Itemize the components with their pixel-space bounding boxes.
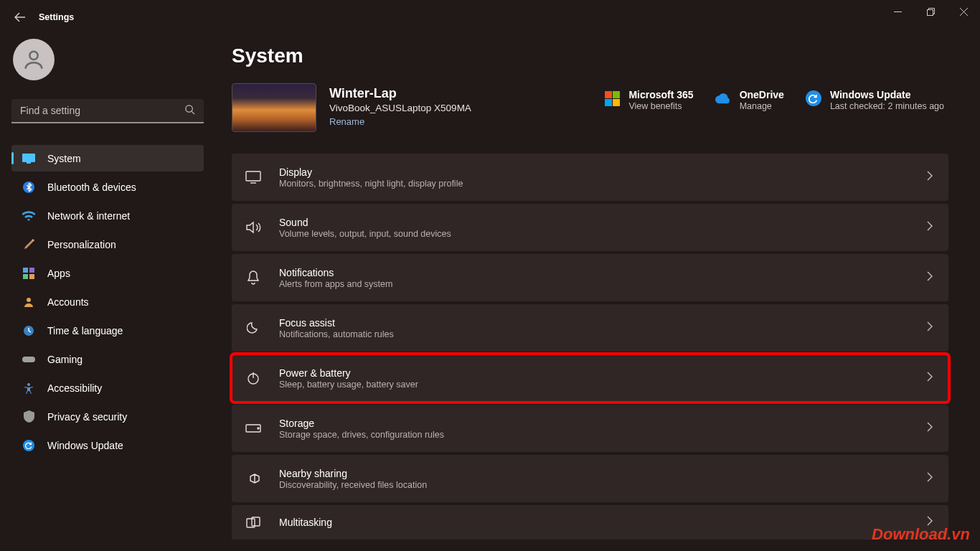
nav-item-system[interactable]: System	[11, 145, 204, 171]
svg-point-5	[186, 105, 192, 111]
nav-item-accounts[interactable]: Accounts	[11, 288, 204, 315]
card-title: Nearby sharing	[279, 468, 927, 479]
account-row[interactable]	[11, 34, 206, 80]
ms365-icon	[604, 90, 620, 106]
svg-rect-1	[927, 9, 933, 15]
nav-label: Gaming	[47, 354, 83, 365]
accessibility-icon	[22, 381, 36, 395]
status-windows-update[interactable]: Windows Update Last checked: 2 minutes a…	[806, 89, 944, 111]
svg-rect-11	[23, 274, 28, 279]
card-notifications[interactable]: Notifications Alerts from apps and syste…	[232, 254, 948, 301]
titlebar: Settings	[0, 0, 980, 34]
nav-item-network[interactable]: Network & internet	[11, 202, 204, 229]
status-ms365[interactable]: Microsoft 365 View benefits	[604, 89, 693, 111]
nav-label: Privacy & security	[47, 411, 127, 423]
chevron-right-icon	[927, 422, 933, 435]
bluetooth-icon	[22, 180, 36, 194]
svg-point-16	[27, 383, 30, 386]
main-content: System Winter-Lap VivoBook_ASUSLaptop X5…	[219, 34, 980, 551]
svg-line-6	[192, 111, 194, 114]
svg-point-13	[27, 298, 31, 302]
power-icon	[243, 368, 263, 388]
status-group: Microsoft 365 View benefits OneDrive Man…	[604, 83, 948, 111]
card-multitasking[interactable]: Multitasking	[232, 505, 948, 540]
card-power-battery[interactable]: Power & battery Sleep, battery usage, ba…	[232, 354, 948, 402]
nav-item-personalization[interactable]: Personalization	[11, 231, 204, 258]
svg-rect-9	[23, 268, 28, 273]
watermark: Download.vn	[872, 525, 970, 544]
nav-label: Network & internet	[47, 210, 130, 222]
avatar	[13, 39, 55, 80]
card-storage[interactable]: Storage Storage space, drives, configura…	[232, 405, 948, 452]
svg-rect-10	[29, 268, 34, 273]
back-button[interactable]	[11, 9, 29, 26]
device-name: Winter-Lap	[329, 86, 471, 101]
nav-item-time[interactable]: Time & language	[11, 317, 204, 344]
card-sub: Notifications, automatic rules	[279, 329, 927, 339]
card-title: Focus assist	[279, 317, 927, 329]
card-display[interactable]: Display Monitors, brightness, night ligh…	[232, 154, 948, 201]
card-title: Display	[279, 166, 927, 178]
card-title: Power & battery	[279, 367, 927, 379]
nav-label: Windows Update	[47, 440, 123, 451]
window-controls	[881, 0, 980, 23]
svg-rect-7	[22, 154, 35, 162]
card-sub: Storage space, drives, configuration rul…	[279, 430, 927, 440]
card-title: Storage	[279, 418, 927, 429]
card-nearby-sharing[interactable]: Nearby sharing Discoverability, received…	[232, 455, 948, 502]
status-title: OneDrive	[740, 89, 784, 100]
card-sound[interactable]: Sound Volume levels, output, input, soun…	[232, 204, 948, 251]
nav-item-apps[interactable]: Apps	[11, 260, 204, 286]
nav-label: Accounts	[47, 296, 89, 308]
paintbrush-icon	[22, 237, 36, 252]
page-title: System	[232, 44, 948, 67]
device-info: Winter-Lap VivoBook_ASUSLaptop X509MA Re…	[329, 83, 471, 127]
svg-rect-15	[22, 357, 35, 362]
status-sub: Last checked: 2 minutes ago	[830, 101, 944, 111]
device-model: VivoBook_ASUSLaptop X509MA	[329, 103, 471, 113]
gaming-icon	[22, 352, 36, 367]
card-focus-assist[interactable]: Focus assist Notifications, automatic ru…	[232, 304, 948, 352]
status-sub: View benefits	[628, 101, 693, 111]
search-icon	[184, 104, 195, 118]
minimize-button[interactable]	[881, 0, 914, 23]
nav-label: Personalization	[47, 239, 116, 250]
svg-rect-8	[27, 162, 31, 164]
nav-label: Accessibility	[47, 382, 102, 394]
nav-item-gaming[interactable]: Gaming	[11, 346, 204, 372]
chevron-right-icon	[927, 171, 933, 184]
nav-label: Time & language	[47, 325, 123, 336]
svg-rect-12	[29, 274, 34, 279]
chevron-right-icon	[927, 472, 933, 485]
clock-icon	[22, 324, 36, 338]
card-title: Multitasking	[279, 517, 927, 528]
sidebar: System Bluetooth & devices Network & int…	[0, 34, 219, 551]
search-box[interactable]	[11, 99, 204, 123]
nav-item-accessibility[interactable]: Accessibility	[11, 375, 204, 401]
nav-item-bluetooth[interactable]: Bluetooth & devices	[11, 174, 204, 200]
nav-item-update[interactable]: Windows Update	[11, 432, 204, 458]
close-button[interactable]	[947, 0, 980, 23]
maximize-button[interactable]	[914, 0, 947, 23]
card-title: Notifications	[279, 267, 927, 278]
chevron-right-icon	[927, 372, 933, 385]
system-icon	[22, 151, 36, 166]
status-title: Microsoft 365	[628, 89, 693, 100]
nav-item-privacy[interactable]: Privacy & security	[11, 403, 204, 430]
status-onedrive[interactable]: OneDrive Manage	[715, 89, 784, 111]
search-input[interactable]	[20, 105, 184, 116]
rename-link[interactable]: Rename	[329, 116, 471, 127]
wifi-icon	[22, 209, 36, 223]
share-icon	[243, 468, 263, 489]
apps-icon	[22, 266, 36, 281]
status-sub: Manage	[740, 101, 784, 111]
device-row: Winter-Lap VivoBook_ASUSLaptop X509MA Re…	[232, 83, 948, 132]
nav-label: System	[47, 153, 81, 164]
svg-rect-17	[246, 171, 260, 181]
window-title: Settings	[39, 12, 74, 22]
windows-update-icon	[806, 90, 821, 106]
device-thumbnail[interactable]	[232, 83, 316, 132]
settings-card-list: Display Monitors, brightness, night ligh…	[232, 154, 948, 540]
chevron-right-icon	[927, 221, 933, 234]
card-title: Sound	[279, 217, 927, 228]
